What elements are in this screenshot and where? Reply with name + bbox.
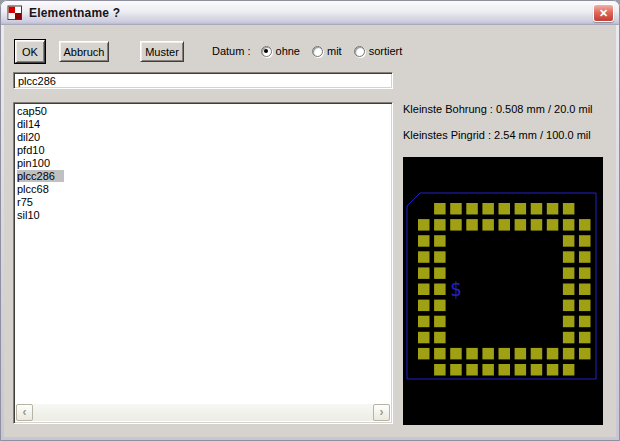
datum-options-row: Datum : ohnemitsortiert bbox=[212, 41, 414, 61]
smd-pad bbox=[579, 316, 591, 328]
smd-pad bbox=[434, 219, 446, 231]
scroll-left-icon[interactable]: ‹ bbox=[16, 404, 33, 421]
radio-label: ohne bbox=[276, 45, 300, 57]
smd-pad bbox=[466, 219, 478, 231]
smd-pad bbox=[434, 235, 446, 247]
radio-button-icon[interactable] bbox=[312, 46, 323, 57]
smd-pad bbox=[563, 284, 575, 296]
smd-pad bbox=[434, 316, 446, 328]
radio-button-icon[interactable] bbox=[261, 46, 272, 57]
list-item[interactable]: sil10 bbox=[14, 209, 392, 222]
smd-pad bbox=[515, 219, 527, 231]
elementname-input[interactable] bbox=[13, 72, 393, 89]
smd-pad bbox=[450, 203, 462, 215]
smd-pad bbox=[499, 348, 511, 360]
smd-pad bbox=[450, 219, 462, 231]
smd-pad bbox=[579, 219, 591, 231]
origin-marker-glyph: $ bbox=[450, 278, 461, 300]
element-list[interactable]: cap50dil14dil20pfd10pin100plcc286plcc68r… bbox=[13, 102, 393, 424]
horizontal-scrollbar[interactable]: ‹ › bbox=[16, 404, 390, 421]
smd-pad bbox=[547, 203, 559, 215]
smd-pad bbox=[434, 251, 446, 262]
smd-pad bbox=[579, 267, 591, 279]
smd-pad bbox=[434, 300, 446, 312]
list-item[interactable]: plcc286 bbox=[14, 170, 392, 183]
list-item[interactable]: cap50 bbox=[14, 105, 392, 118]
radio-label: mit bbox=[327, 45, 342, 57]
smd-pad bbox=[466, 364, 478, 376]
smd-pad bbox=[547, 364, 559, 376]
smd-pad bbox=[482, 348, 494, 360]
list-item[interactable]: pfd10 bbox=[14, 144, 392, 157]
scroll-right-icon[interactable]: › bbox=[373, 404, 390, 421]
smd-pad bbox=[579, 284, 591, 296]
smd-pad bbox=[450, 364, 462, 376]
radio-option-mit[interactable]: mit bbox=[312, 45, 342, 57]
smd-pad bbox=[466, 203, 478, 215]
smd-pad bbox=[418, 316, 430, 328]
radio-option-ohne[interactable]: ohne bbox=[261, 45, 300, 57]
cancel-button[interactable]: Abbruch bbox=[59, 41, 109, 62]
smd-pad bbox=[482, 219, 494, 231]
smd-pad bbox=[499, 203, 511, 215]
smd-pad bbox=[563, 332, 575, 344]
smd-pad bbox=[515, 203, 527, 215]
pattern-button[interactable]: Muster bbox=[140, 41, 184, 62]
smd-pad bbox=[515, 348, 527, 360]
smd-pad bbox=[579, 332, 591, 344]
list-item[interactable]: plcc68 bbox=[14, 183, 392, 196]
smd-pad bbox=[531, 364, 543, 376]
dialog-client-area: OK Abbruch Muster Datum : ohnemitsortier… bbox=[4, 25, 616, 437]
list-item[interactable]: dil20 bbox=[14, 131, 392, 144]
smd-pad bbox=[418, 267, 430, 279]
smd-pad bbox=[563, 251, 575, 262]
smd-pad bbox=[434, 364, 446, 376]
smd-pad bbox=[547, 348, 559, 360]
smd-pad bbox=[563, 267, 575, 279]
smd-pad bbox=[418, 284, 430, 296]
radio-button-icon[interactable] bbox=[354, 46, 365, 57]
list-item[interactable]: pin100 bbox=[14, 157, 392, 170]
smd-pad bbox=[434, 348, 446, 360]
smd-pad bbox=[418, 332, 430, 344]
smd-pad bbox=[418, 251, 430, 262]
smd-pad bbox=[563, 219, 575, 231]
smd-pad bbox=[563, 300, 575, 312]
radio-option-sortiert[interactable]: sortiert bbox=[354, 45, 403, 57]
smd-pad bbox=[418, 219, 430, 231]
smd-pad bbox=[563, 364, 575, 376]
smd-pad bbox=[531, 348, 543, 360]
min-drill-info: Kleinste Bohrung : 0.508 mm / 20.0 mil bbox=[403, 103, 593, 115]
close-button[interactable]: ✕ bbox=[593, 4, 614, 22]
preview-svg: $ bbox=[403, 157, 603, 425]
smd-pad bbox=[418, 300, 430, 312]
smd-pad bbox=[482, 364, 494, 376]
smd-pad bbox=[563, 316, 575, 328]
smd-pad bbox=[418, 235, 430, 247]
element-list-items: cap50dil14dil20pfd10pin100plcc286plcc68r… bbox=[14, 103, 392, 222]
smd-pad bbox=[450, 348, 462, 360]
smd-pad bbox=[418, 348, 430, 360]
datum-label: Datum : bbox=[212, 45, 251, 57]
smd-pad bbox=[434, 267, 446, 279]
eagle-app-icon bbox=[7, 5, 23, 21]
ok-button[interactable]: OK bbox=[15, 40, 45, 63]
smd-pad bbox=[499, 364, 511, 376]
smd-pad bbox=[434, 284, 446, 296]
smd-pad bbox=[579, 251, 591, 262]
smd-pad bbox=[531, 219, 543, 231]
min-pingrid-info: Kleinstes Pingrid : 2.54 mm / 100.0 mil bbox=[403, 129, 591, 141]
radio-label: sortiert bbox=[369, 45, 403, 57]
smd-pad bbox=[499, 219, 511, 231]
smd-pad bbox=[579, 235, 591, 247]
smd-pad bbox=[482, 203, 494, 215]
list-item[interactable]: dil14 bbox=[14, 118, 392, 131]
list-item[interactable]: r75 bbox=[14, 196, 392, 209]
dialog-window: Elementname ? ✕ OK Abbruch Muster Datum … bbox=[0, 0, 620, 441]
smd-pad bbox=[563, 348, 575, 360]
datum-radio-group: ohnemitsortiert bbox=[261, 45, 415, 57]
title-bar[interactable]: Elementname ? ✕ bbox=[1, 1, 619, 25]
smd-pad bbox=[579, 300, 591, 312]
smd-pad bbox=[579, 348, 591, 360]
footprint-preview: $ bbox=[403, 157, 603, 425]
